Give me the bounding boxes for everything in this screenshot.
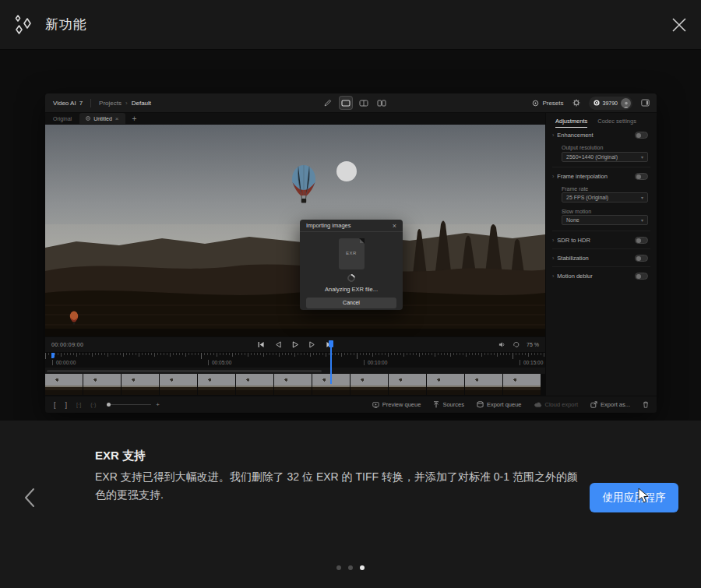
ruler-tick: [251, 353, 252, 355]
use-app-button[interactable]: 使用应用程序: [590, 483, 678, 512]
ruler-tick: [416, 353, 417, 355]
ruler-tick: [494, 353, 495, 355]
ruler-tick: [403, 353, 404, 357]
ruler-tick: [435, 353, 435, 357]
ruler-tick: [350, 353, 351, 355]
ruler-tick: [447, 353, 448, 355]
ruler-tick: [241, 353, 242, 355]
pagination-dot[interactable]: [336, 565, 341, 570]
ruler-label: 00:10:00: [364, 360, 387, 365]
ruler-tick: [332, 353, 333, 355]
coin-icon: [594, 100, 600, 106]
close-icon: [667, 12, 692, 37]
chevron-down-icon: ▾: [641, 154, 643, 160]
sdr-to-hdr-row: › SDR to HDR: [552, 236, 648, 245]
filmstrip-thumbnail: [503, 374, 541, 395]
ruler-tick: [313, 353, 314, 355]
project-tabbar: Original Untitled × +: [45, 113, 545, 125]
ruler-tick: [223, 353, 224, 355]
ruler-tick: [182, 353, 183, 355]
close-dialog-button[interactable]: [667, 12, 692, 37]
carousel-prev-button[interactable]: [20, 486, 41, 509]
ruler-tick: [201, 353, 202, 359]
pagination-dot[interactable]: [348, 565, 353, 570]
ruler-tick: [83, 353, 83, 355]
ruler-tick: [282, 353, 283, 355]
ruler-tick: [531, 353, 532, 355]
chevron-left-icon: [20, 486, 41, 509]
filmstrip-thumbnail: [45, 374, 83, 395]
video-viewer: Importing images × EXR Analyzing EXR fil…: [45, 125, 545, 336]
ruler-tick: [497, 353, 498, 357]
stabilization-toggle: [635, 255, 648, 262]
ruler-tick: [534, 353, 535, 355]
ruler-tick: [151, 353, 152, 355]
credits-count: 39790: [603, 100, 618, 106]
ruler-tick: [55, 353, 55, 355]
filmstrip-thumbnail: [274, 374, 312, 395]
ruler-tick: [204, 353, 205, 355]
ruler-tick: [164, 353, 164, 355]
ruler-tick: [257, 353, 258, 355]
ruler-tick: [329, 353, 329, 355]
ruler-tick: [207, 353, 208, 355]
separator: [552, 266, 650, 267]
edit-icon: [322, 97, 334, 109]
pagination-dot[interactable]: [360, 565, 365, 570]
ruler-tick: [335, 353, 336, 355]
ruler-tick: [425, 353, 426, 355]
chevron-right-icon: ›: [552, 273, 554, 279]
ruler-tick: [407, 353, 407, 355]
ruler-tick: [48, 353, 49, 355]
ruler-tick: [123, 353, 124, 357]
app-bottom-toolbar: [ ] [·] (·) + Preview queue: [45, 396, 657, 413]
ruler-tick: [273, 353, 273, 355]
ruler-tick: [145, 353, 146, 355]
ruler-tick: [248, 353, 248, 357]
single-view-icon: [340, 97, 352, 109]
ruler-tick: [111, 353, 111, 355]
filmstrip: [45, 374, 545, 396]
playback-bar: 00:00:09:00 75 %: [45, 336, 545, 352]
ruler-tick: [366, 353, 367, 355]
chevron-right-icon: ›: [552, 238, 554, 243]
ruler-tick: [456, 353, 457, 355]
preview-queue-button: Preview queue: [372, 401, 421, 408]
ruler-tick: [288, 353, 289, 355]
ruler-tick: [453, 353, 454, 355]
new-tab-icon: +: [132, 114, 137, 123]
timeline-zoom-slider: +: [107, 401, 160, 408]
ruler-tick: [136, 353, 136, 355]
tab-close-icon: ×: [115, 115, 119, 122]
queue-actions: Preview queue Sources Export queue Cloud…: [372, 401, 657, 408]
tab-status-icon: [86, 116, 90, 121]
ruler-tick: [229, 353, 230, 355]
ruler-tick: [279, 353, 280, 357]
frame-rate-label: Frame rate: [562, 186, 588, 192]
ruler-tick: [170, 353, 171, 357]
ruler-tick: [129, 353, 130, 355]
ruler-tick: [394, 353, 395, 355]
cancel-button: Cancel: [306, 298, 396, 308]
dialog-title: 新功能: [45, 16, 87, 33]
ruler-tick: [185, 353, 186, 357]
import-dialog-header: Importing images ×: [300, 220, 403, 232]
ruler-tick: [269, 353, 270, 355]
ruler-tick: [525, 353, 526, 355]
ruler-tick: [92, 353, 93, 357]
ruler-tick: [422, 353, 423, 355]
ruler-tick: [354, 353, 354, 355]
ruler-tick: [188, 353, 189, 355]
ruler-tick: [466, 353, 467, 357]
ruler-tick: [70, 353, 71, 355]
filmstrip-thumbnail: [122, 374, 159, 395]
ruler-tick: [316, 353, 317, 355]
ruler-tick: [117, 353, 118, 355]
frame-interpolation-row: › Frame interpolation: [552, 172, 648, 181]
ruler-tick: [509, 353, 510, 355]
ruler-label: 00:15:00: [520, 360, 543, 365]
ruler-tick: [198, 353, 199, 355]
ruler-tick: [217, 353, 217, 357]
ruler-tick: [388, 353, 389, 357]
ruler-tick: [391, 353, 392, 355]
